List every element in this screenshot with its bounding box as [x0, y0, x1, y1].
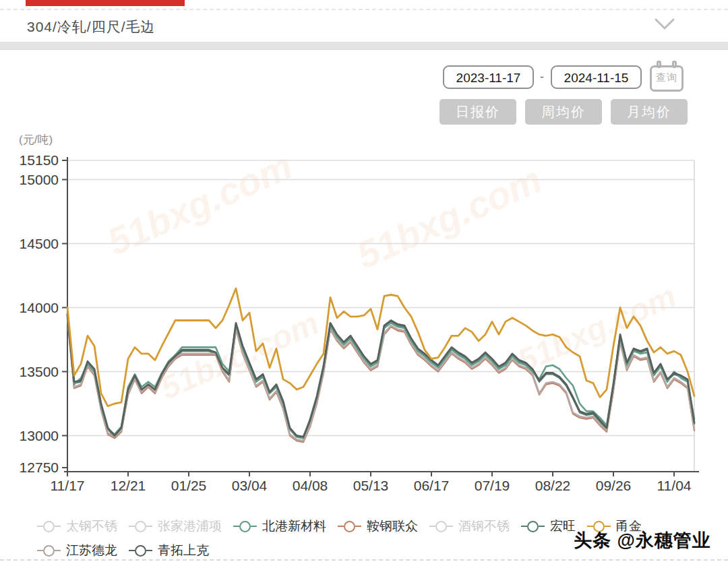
y-tick-label: 13500 [20, 364, 59, 379]
legend-marker-line [146, 550, 152, 551]
series-line-5 [67, 288, 694, 406]
x-tick-label: 04/08 [293, 478, 328, 493]
chevron-down-icon[interactable] [654, 18, 675, 31]
legend-label: 江苏德龙 [66, 542, 117, 559]
legend-item-4[interactable]: 酒钢不锈 [429, 517, 510, 535]
legend-marker-line [338, 526, 344, 527]
legend-label: 宏旺 [550, 517, 576, 535]
x-tick-label: 06/17 [414, 478, 450, 493]
x-tick-label: 11/17 [51, 478, 85, 493]
series-line-2 [67, 317, 694, 441]
y-tick-label: 12750 [20, 460, 59, 475]
date-from-input[interactable]: 2023-11-17 [443, 65, 534, 89]
bottom-dashed-divider [0, 559, 728, 561]
query-button-label: 查询 [650, 71, 684, 84]
page-title: 304/冷轧/四尺/毛边 [27, 18, 156, 36]
series-line-1 [67, 315, 694, 438]
y-tick-label: 14500 [20, 236, 59, 251]
legend-marker-line [37, 550, 43, 551]
legend-item-8[interactable]: 青拓上克 [129, 542, 209, 559]
date-range-separator: - [537, 70, 547, 84]
legend-label: 张家港浦项 [158, 517, 222, 535]
legend-marker-line [447, 526, 453, 527]
legend-marker-line [539, 526, 545, 527]
legend-item-3[interactable]: 鞍钢联众 [338, 517, 418, 535]
legend-marker-line [429, 526, 435, 527]
legend-marker-line [146, 526, 152, 527]
chart-legend-row-2: 江苏德龙青拓上克 [37, 542, 209, 559]
x-tick-label: 07/19 [475, 478, 510, 493]
tab-weekly-average[interactable]: 周均价 [525, 99, 602, 125]
legend-marker-ring [344, 521, 355, 532]
x-tick-label: 05/13 [353, 478, 389, 493]
date-to-input[interactable]: 2024-11-15 [551, 65, 642, 89]
x-tick-label: 08/22 [535, 478, 571, 493]
legend-label: 青拓上克 [158, 542, 209, 559]
legend-marker-line [233, 526, 239, 527]
legend-marker-ring [527, 521, 539, 532]
brand-watermark: 头条 @永穗管业 [574, 528, 711, 553]
diagonal-watermark: 51bxg.com [512, 277, 681, 379]
series-line-3 [67, 314, 694, 438]
legend-marker-line [587, 526, 593, 527]
series-line-0 [67, 318, 694, 442]
legend-marker-line [37, 526, 43, 527]
y-tick-label: 13000 [20, 428, 59, 443]
query-button[interactable]: 查询 [650, 61, 686, 93]
chart-legend-row-1: 太钢不锈张家港浦项北港新材料鞍钢联众酒钢不锈宏旺甬金 [37, 517, 642, 535]
legend-item-5[interactable]: 宏旺 [521, 517, 576, 535]
legend-item-2[interactable]: 北港新材料 [233, 517, 326, 535]
x-tick-label: 12/21 [111, 478, 146, 493]
y-tick-label: 15150 [20, 152, 59, 168]
legend-marker-line [251, 526, 257, 527]
diagonal-watermark: 51bxg.com [100, 144, 299, 263]
legend-marker-ring [435, 521, 447, 532]
legend-marker-line [355, 526, 361, 527]
active-tab-indicator [26, 0, 185, 6]
legend-marker-line [605, 526, 611, 527]
legend-label: 鞍钢联众 [367, 517, 418, 535]
legend-marker-ring [43, 545, 55, 557]
legend-marker-line [55, 550, 61, 551]
header-divider [0, 42, 728, 50]
legend-marker-line [55, 526, 61, 527]
x-tick-label: 03/04 [232, 478, 268, 493]
legend-marker-ring [135, 545, 146, 557]
diagonal-watermark: 51bxg.com [350, 157, 548, 277]
tab-monthly-average[interactable]: 月均价 [611, 99, 688, 125]
y-tick-label: 14000 [20, 300, 59, 315]
x-tick-label: 09/26 [596, 478, 632, 493]
legend-marker-ring [239, 521, 251, 532]
legend-marker-ring [135, 521, 146, 532]
legend-label: 太钢不锈 [66, 517, 117, 535]
series-line-4 [67, 314, 694, 437]
legend-marker-ring [43, 521, 55, 532]
legend-label: 北港新材料 [262, 517, 326, 535]
y-axis-unit-label: (元/吨) [19, 132, 53, 148]
legend-item-0[interactable]: 太钢不锈 [37, 517, 117, 535]
legend-marker-line [521, 526, 527, 527]
legend-label: 酒钢不锈 [458, 517, 510, 535]
legend-item-7[interactable]: 江苏德龙 [37, 542, 117, 559]
price-query-page: 304/冷轧/四尺/毛边 2023-11-17 - 2024-11-15 查询 … [0, 0, 728, 566]
legend-marker-line [129, 526, 135, 527]
x-tick-label: 11/04 [657, 478, 692, 493]
product-selector[interactable]: 304/冷轧/四尺/毛边 [0, 12, 728, 39]
legend-item-1[interactable]: 张家港浦项 [129, 517, 222, 535]
diagonal-watermark: 51bxg.com [155, 304, 324, 406]
top-dashed-divider [0, 9, 728, 10]
y-tick-label: 15000 [20, 172, 59, 187]
tab-daily-price[interactable]: 日报价 [439, 99, 516, 125]
x-tick-label: 01/25 [171, 478, 207, 493]
legend-marker-line [129, 550, 135, 551]
